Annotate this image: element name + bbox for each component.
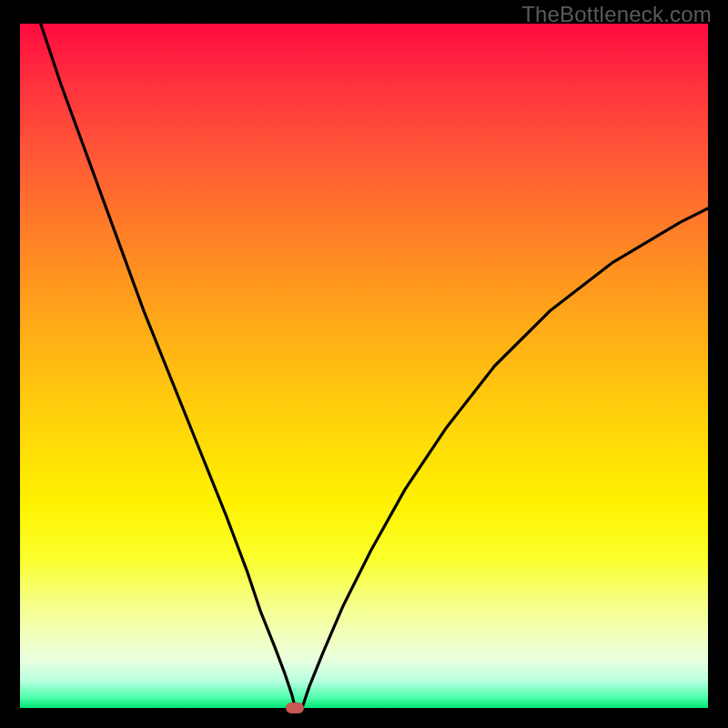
curve-svg xyxy=(20,24,708,708)
bottleneck-curve xyxy=(41,24,708,708)
watermark-text: TheBottleneck.com xyxy=(521,2,712,27)
optimal-marker xyxy=(286,703,304,713)
chart-container: TheBottleneck.com xyxy=(0,0,728,728)
plot-area xyxy=(20,24,708,708)
